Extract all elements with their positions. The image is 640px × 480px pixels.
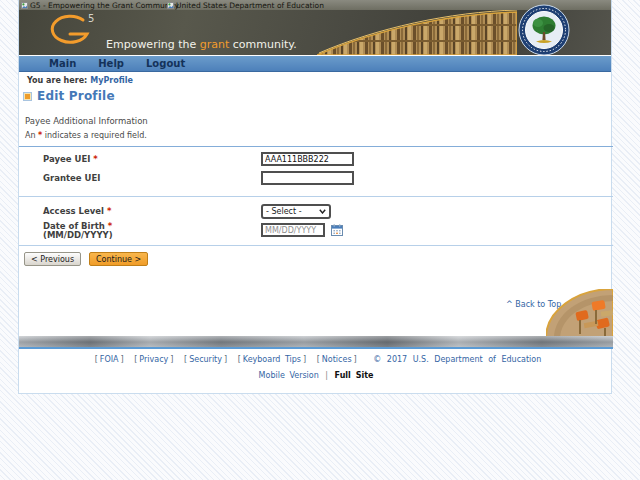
window-title-ed: United States Department of Education — [167, 0, 324, 10]
department-of-education-seal — [518, 4, 570, 56]
footer-divider-line — [19, 347, 613, 349]
dob-format-hint: (MM/DD/YYYY) — [43, 230, 113, 240]
previous-button[interactable]: < Previous — [24, 252, 81, 266]
window-title-ed-label: United States Department of Education — [176, 1, 324, 10]
tagline-grant-word: grant — [200, 38, 230, 51]
footer-banner-strip — [19, 336, 613, 347]
window-title-g5: G5 - Empowering the Grant Community — [21, 0, 179, 10]
breadcrumb-myprofile-link[interactable]: MyProfile — [90, 76, 133, 85]
full-site-label: Full Site — [335, 371, 374, 380]
page-card: G5 - Empowering the Grant Community Unit… — [18, 0, 612, 394]
chevron-down-icon — [319, 209, 326, 214]
bookshelf-image — [317, 10, 517, 55]
footer-link-security[interactable]: Security — [189, 355, 222, 364]
access-level-select[interactable]: - Select - — [261, 204, 331, 219]
separator — [19, 245, 613, 246]
dob-input[interactable] — [261, 223, 325, 237]
grantee-uei-label: Grantee UEI — [43, 173, 100, 183]
nav-main[interactable]: Main — [49, 58, 76, 69]
breadcrumb-prefix: You are here: — [27, 76, 87, 85]
nav-help[interactable]: Help — [98, 58, 124, 69]
access-level-selected-value: - Select - — [266, 207, 319, 216]
nav-logout[interactable]: Logout — [146, 58, 185, 69]
continue-button[interactable]: Continue > — [89, 252, 148, 266]
footer-copyright: © 2017 U.S. Department of Education — [373, 355, 541, 364]
footer-link-foia[interactable]: FOIA — [100, 355, 119, 364]
svg-text:5: 5 — [88, 13, 94, 24]
window-title-g5-label: G5 - Empowering the Grant Community — [30, 1, 179, 10]
page-title-icon — [23, 92, 32, 101]
grantee-uei-input[interactable] — [261, 171, 354, 185]
g5-logo-icon: 5 — [45, 12, 103, 52]
banner-tagline: Empowering the grant community. — [106, 38, 297, 51]
mobile-version-link[interactable]: Mobile Version — [259, 371, 319, 380]
access-level-label: Access Level * — [43, 206, 111, 216]
payee-uei-label: Payee UEI * — [43, 154, 98, 164]
breadcrumb: You are here:MyProfile — [27, 76, 133, 85]
classroom-chairs-image — [546, 289, 613, 338]
page-icon — [167, 2, 174, 9]
calendar-icon[interactable] — [331, 224, 343, 236]
separator — [19, 146, 613, 147]
required-field-note: An * indicates a required field. — [25, 131, 147, 140]
footer-link-privacy[interactable]: Privacy — [139, 355, 168, 364]
separator — [19, 196, 613, 197]
page-icon — [21, 2, 28, 9]
page-title: Edit Profile — [37, 89, 115, 103]
footer-links-row: [FOIA] [Privacy] [Security] [Keyboard Ti… — [19, 355, 613, 364]
main-nav: Main Help Logout — [19, 56, 611, 72]
payee-uei-input[interactable] — [261, 152, 354, 166]
section-heading: Payee Additional Information — [25, 116, 148, 126]
footer-link-keyboard-tips[interactable]: Keyboard Tips — [243, 355, 301, 364]
footer-site-version-row: Mobile Version | Full Site — [19, 371, 613, 380]
footer-link-notices[interactable]: Notices — [322, 355, 352, 364]
